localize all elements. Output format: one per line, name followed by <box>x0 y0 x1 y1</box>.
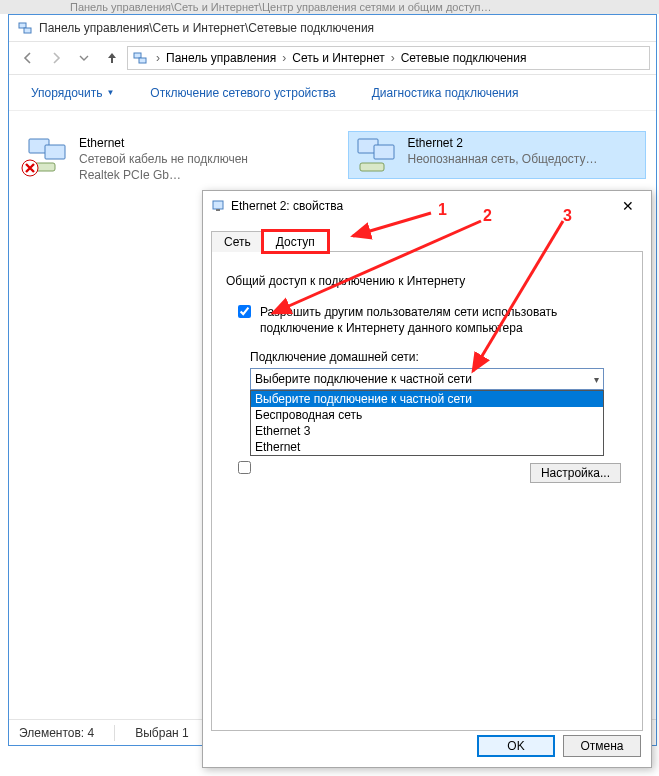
network-folder-icon <box>17 20 33 36</box>
tab-sharing[interactable]: Доступ <box>263 231 328 252</box>
tab-panel-sharing: Общий доступ к подключению к Интернету Р… <box>211 251 643 731</box>
combo-option-1[interactable]: Беспроводная сеть <box>251 407 603 423</box>
adapter-disconnected-icon <box>23 135 71 175</box>
breadcrumb-item-2[interactable]: Сеть и Интернет <box>288 51 388 65</box>
chevron-down-icon[interactable]: ▾ <box>594 374 599 385</box>
svg-rect-0 <box>19 23 26 28</box>
svg-rect-1 <box>24 28 31 33</box>
connection-item-ethernet2[interactable]: Ethernet 2 Неопознанная сеть, Общедосту… <box>348 131 647 179</box>
chevron-right-icon[interactable]: › <box>154 51 162 65</box>
chevron-right-icon[interactable]: › <box>389 51 397 65</box>
close-button[interactable]: ✕ <box>613 192 643 220</box>
adapter-icon <box>352 135 400 175</box>
connection-text: Ethernet Сетевой кабель не подключен Rea… <box>79 135 248 183</box>
tab-network-label: Сеть <box>224 235 251 249</box>
svg-rect-2 <box>134 53 141 58</box>
home-connection-combo[interactable]: Выберите подключение к частной сети ▾ Вы… <box>250 368 604 390</box>
organize-label: Упорядочить <box>31 86 102 100</box>
allow-ics-label: Разрешить другим пользователям сети испо… <box>260 304 628 336</box>
breadcrumb-item-1[interactable]: Панель управления <box>162 51 280 65</box>
connection-name: Ethernet <box>79 135 248 151</box>
connection-name: Ethernet 2 <box>408 135 598 151</box>
connection-text: Ethernet 2 Неопознанная сеть, Общедосту… <box>408 135 598 175</box>
chevron-down-icon: ▼ <box>106 88 114 97</box>
allow-ics-checkbox[interactable] <box>238 305 251 318</box>
annotation-number-1: 1 <box>438 201 447 219</box>
nav-forward-button[interactable] <box>43 45 69 71</box>
allow-ics-row[interactable]: Разрешить другим пользователям сети испо… <box>234 304 628 336</box>
organize-menu[interactable]: Упорядочить ▼ <box>23 82 122 104</box>
combo-box[interactable]: Выберите подключение к частной сети ▾ <box>250 368 604 390</box>
chevron-right-icon[interactable]: › <box>280 51 288 65</box>
combo-option-2[interactable]: Ethernet 3 <box>251 423 603 439</box>
toolbar: Упорядочить ▼ Отключение сетевого устрой… <box>9 75 656 111</box>
nav-back-button[interactable] <box>15 45 41 71</box>
dialog-titlebar[interactable]: Ethernet 2: свойства ✕ <box>203 191 651 221</box>
svg-rect-12 <box>216 209 220 211</box>
explorer-title-text: Панель управления\Сеть и Интернет\Сетевы… <box>39 21 374 35</box>
svg-rect-9 <box>374 145 394 159</box>
ok-label: OK <box>507 739 524 753</box>
settings-button-label: Настройка... <box>541 466 610 480</box>
error-x-icon <box>21 159 39 177</box>
ics-group: Общий доступ к подключению к Интернету Р… <box>226 268 628 477</box>
connection-item-ethernet[interactable]: Ethernet Сетевой кабель не подключен Rea… <box>19 131 318 187</box>
svg-rect-10 <box>360 163 384 171</box>
svg-rect-5 <box>45 145 65 159</box>
item-count: Элементов: 4 <box>19 726 94 740</box>
annotation-number-2: 2 <box>483 207 492 225</box>
home-connection-label: Подключение домашней сети: <box>250 350 628 364</box>
connection-adapter: Realtek PCIe Gb… <box>79 167 248 183</box>
tab-network[interactable]: Сеть <box>211 231 264 252</box>
dialog-title: Ethernet 2: свойства <box>231 199 613 213</box>
tabstrip: Сеть Доступ <box>211 227 643 251</box>
breadcrumb-item-3[interactable]: Сетевые подключения <box>397 51 531 65</box>
status-separator <box>114 725 115 741</box>
combo-dropdown-list[interactable]: Выберите подключение к частной сети Бесп… <box>250 390 604 456</box>
bg-window-title: Панель управления\Сеть и Интернет\Центр … <box>0 0 659 14</box>
properties-dialog: Ethernet 2: свойства ✕ Сеть Доступ Общий… <box>202 190 652 768</box>
cancel-label: Отмена <box>580 739 623 753</box>
connection-status: Сетевой кабель не подключен <box>79 151 248 167</box>
diagnose-button[interactable]: Диагностика подключения <box>364 82 527 104</box>
disable-label: Отключение сетевого устройства <box>150 86 335 100</box>
connection-status: Неопознанная сеть, Общедосту… <box>408 151 598 167</box>
bg-window-title-text: Панель управления\Сеть и Интернет\Центр … <box>70 1 492 13</box>
dialog-button-row: OK Отмена <box>477 735 641 757</box>
breadcrumb[interactable]: › Панель управления › Сеть и Интернет › … <box>127 46 650 70</box>
nav-recent-button[interactable] <box>71 45 97 71</box>
annotation-number-3: 3 <box>563 207 572 225</box>
combo-selected-text: Выберите подключение к частной сети <box>255 372 472 386</box>
selected-count: Выбран 1 <box>135 726 188 740</box>
svg-rect-11 <box>213 201 223 209</box>
nav-up-button[interactable] <box>99 45 125 71</box>
allow-control-checkbox[interactable] <box>238 461 251 474</box>
settings-button[interactable]: Настройка... <box>530 463 621 483</box>
ok-button[interactable]: OK <box>477 735 555 757</box>
svg-rect-3 <box>139 58 146 63</box>
diagnose-label: Диагностика подключения <box>372 86 519 100</box>
disable-device-button[interactable]: Отключение сетевого устройства <box>142 82 343 104</box>
cancel-button[interactable]: Отмена <box>563 735 641 757</box>
address-bar-row: › Панель управления › Сеть и Интернет › … <box>9 41 656 75</box>
tab-sharing-label: Доступ <box>276 235 315 249</box>
network-icon <box>132 49 150 67</box>
close-icon: ✕ <box>622 198 634 214</box>
explorer-titlebar: Панель управления\Сеть и Интернет\Сетевы… <box>9 15 656 41</box>
combo-option-3[interactable]: Ethernet <box>251 439 603 455</box>
ics-group-title: Общий доступ к подключению к Интернету <box>226 274 628 296</box>
dialog-body: Сеть Доступ Общий доступ к подключению к… <box>211 221 643 721</box>
adapter-small-icon <box>211 199 225 213</box>
combo-option-0[interactable]: Выберите подключение к частной сети <box>251 391 603 407</box>
